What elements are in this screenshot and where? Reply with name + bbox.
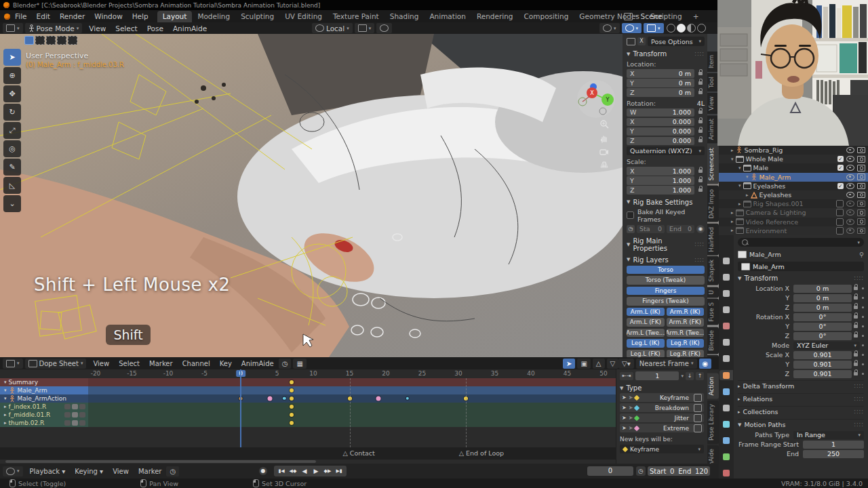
rig-layer-arm-l-fk[interactable]: Arm.L (FK)	[627, 318, 665, 327]
workspace-tab-compositing[interactable]: Compositing	[519, 11, 574, 22]
select-arrow-icon[interactable]: ➤	[622, 415, 627, 421]
properties-tab-render[interactable]	[719, 272, 733, 282]
rig-layer-arm-r-fk[interactable]: Arm.R (FK)	[667, 318, 705, 327]
properties-tab-output[interactable]	[719, 288, 733, 298]
transform-rotation-z[interactable]: Z0.000	[627, 137, 705, 146]
outliner-row-video-reference[interactable]: ▸Video Reference	[719, 218, 868, 226]
orientation-dropdown[interactable]: Local▾	[312, 23, 353, 33]
transform-scale-y[interactable]: Y1.000	[627, 176, 705, 185]
lock-icon[interactable]	[698, 110, 703, 114]
pose-options-dropdown[interactable]: Pose Options▾	[648, 37, 705, 46]
transform-location-y[interactable]: Y0 m	[627, 79, 705, 87]
cursor-tool-button[interactable]: ⊕	[3, 67, 21, 84]
bake-start-field[interactable]: Sta0	[637, 225, 665, 233]
keyframe-dot[interactable]	[283, 397, 285, 400]
collection-checkbox[interactable]	[836, 218, 844, 226]
properties-tab-object[interactable]	[719, 370, 733, 380]
modifier-icon[interactable]	[64, 412, 71, 418]
frame-range-fields[interactable]: Start0 End120	[648, 466, 710, 476]
timeline-editor-icon[interactable]: ▾	[3, 466, 23, 476]
dope-tab-action[interactable]: Action	[707, 373, 719, 399]
outliner-row-camera-lighting[interactable]: ▸Camera & Lighting	[719, 208, 868, 217]
deselect-arrow-icon[interactable]: ➤	[629, 425, 633, 431]
deselect-arrow-icon[interactable]: ➤	[629, 394, 633, 401]
keyframe-dot[interactable]	[290, 421, 294, 425]
workspace-tab-uv-editing[interactable]: UV Editing	[279, 11, 328, 22]
sidebar-tab-u[interactable]: U	[707, 287, 719, 298]
select-tool-button[interactable]: ➤	[3, 49, 21, 66]
pose-breakdowner-tool-button[interactable]: ⌄	[3, 195, 21, 212]
outliner-row-sombra-rig[interactable]: ▸Sombra_Rig	[719, 146, 868, 155]
insert-keyframe-icon[interactable]: ▦	[293, 359, 306, 369]
playhead[interactable]	[240, 369, 241, 447]
select-arrow-icon[interactable]: ➤	[622, 425, 627, 431]
jump-to-end-button[interactable]: ▶▮	[334, 468, 344, 474]
trash-icon[interactable]	[694, 404, 702, 412]
lock-icon[interactable]	[854, 372, 858, 375]
lock-icon[interactable]	[698, 72, 703, 75]
rig-layer-fingers[interactable]: Fingers	[627, 287, 705, 296]
dope-menu-animaide[interactable]: AnimAide	[237, 360, 279, 367]
channel-thumb-02-r[interactable]: ▸thumb.02.R	[0, 419, 616, 427]
show-errors-toggle[interactable]: △	[593, 359, 605, 369]
timer-icon[interactable]: ◷	[627, 225, 635, 233]
lock-icon[interactable]	[698, 139, 703, 142]
scale-tool-button[interactable]: ⤢	[3, 122, 21, 139]
lock-icon[interactable]	[698, 91, 703, 94]
keyframe-dot[interactable]	[290, 380, 294, 384]
menu-file[interactable]: File	[10, 12, 32, 20]
panel-relations[interactable]: ▸Relations::::	[738, 393, 864, 405]
rig-layer-fingers-tweak[interactable]: Fingers (Tweak)	[627, 297, 705, 306]
select-box-button[interactable]	[35, 36, 45, 45]
jump-to-start-button[interactable]: ▮◀	[276, 468, 287, 474]
record-button[interactable]: ●	[259, 467, 267, 475]
workspace-tab-modeling[interactable]: Modeling	[192, 11, 235, 22]
lock-icon[interactable]	[854, 287, 858, 290]
lock-icon[interactable]	[854, 353, 858, 357]
lock-icon[interactable]	[698, 179, 703, 182]
select-arrow-icon[interactable]: ➤	[622, 394, 627, 401]
upload-icon[interactable]: ↑	[696, 372, 704, 380]
zoom-icon[interactable]	[599, 119, 609, 129]
hide-eye-icon[interactable]	[846, 156, 854, 162]
next-keyframe-button[interactable]: ◆▶	[322, 468, 333, 474]
timeline-menu-keying[interactable]: Keying ▾	[70, 468, 108, 475]
hide-eye-icon[interactable]	[846, 219, 854, 225]
hide-eye-icon[interactable]	[846, 174, 854, 180]
outliner-row-environment[interactable]: ▸Environment	[719, 226, 868, 235]
rig-layer-torso-tweak[interactable]: Torso (Tweak)	[627, 276, 705, 285]
perspective-toggle-icon[interactable]	[599, 161, 609, 169]
gizmo-dropdown[interactable]: ▾	[599, 23, 620, 33]
collection-checkbox[interactable]	[836, 227, 844, 235]
properties-tab-particles[interactable]	[719, 403, 733, 413]
collection-checkbox[interactable]: ✓	[837, 183, 844, 189]
transform-rotation-y[interactable]: Y0.000	[627, 127, 705, 136]
workspace-tab-layout[interactable]: Layout	[157, 11, 193, 22]
shading-material-button[interactable]	[687, 24, 696, 33]
panel-object-transform[interactable]: ▼Transform::::	[738, 274, 864, 282]
workspace-tab-shading[interactable]: Shading	[384, 11, 425, 22]
viewport-menu-view[interactable]: View	[84, 24, 111, 33]
dope-sheet-mode-dropdown[interactable]: Dope Sheet▾	[25, 359, 87, 369]
deselect-arrow-icon[interactable]: ➤	[629, 405, 633, 411]
disable-render-icon[interactable]	[857, 156, 865, 163]
value-field[interactable]: 0.901	[793, 370, 852, 379]
transform-rotation-w[interactable]: W1.000	[627, 108, 705, 117]
dope-menu-key[interactable]: Key	[215, 360, 237, 367]
scene-selector[interactable]: ▾ Scene	[624, 10, 663, 22]
pin-icon[interactable]: ⚲	[859, 251, 864, 258]
pan-hand-icon[interactable]	[599, 134, 609, 143]
outliner-row-rig-shapes-001[interactable]: ▸Rig Shapes.001	[719, 199, 868, 208]
timeline-menu-view[interactable]: View	[108, 468, 134, 475]
disable-render-icon[interactable]	[857, 218, 865, 225]
trash-icon[interactable]	[694, 394, 702, 402]
rotation-mode-dropdown[interactable]: XYZ Euler▾	[793, 342, 860, 350]
xray-toggle[interactable]: ▾	[644, 23, 664, 33]
menu-edit[interactable]: Edit	[32, 12, 55, 20]
keyframe-dot[interactable]	[406, 397, 409, 400]
properties-tab-physics[interactable]	[719, 419, 733, 429]
viewport-menu-select[interactable]: Select	[111, 24, 142, 33]
hide-eye-icon[interactable]	[846, 183, 854, 189]
rig-layer-leg-r-ik[interactable]: Leg.R (IK)	[667, 339, 705, 348]
rig-layer-torso[interactable]: Torso	[627, 266, 705, 274]
